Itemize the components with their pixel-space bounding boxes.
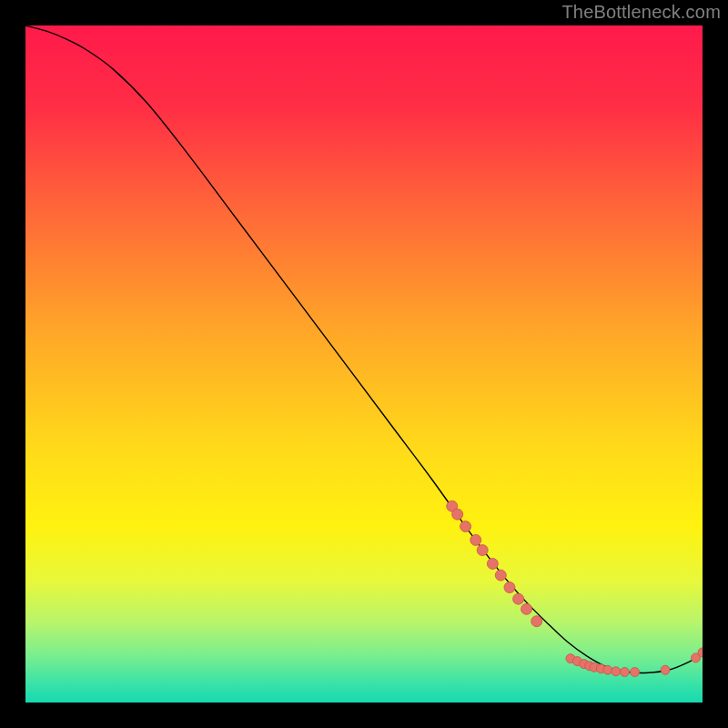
data-marker (504, 582, 515, 593)
data-marker (452, 509, 463, 520)
data-marker (513, 593, 524, 604)
data-marker (620, 668, 629, 677)
chart-container: TheBottleneck.com (0, 0, 728, 728)
data-marker (470, 534, 481, 545)
data-marker (521, 603, 532, 614)
data-marker (661, 665, 670, 674)
watermark-label: TheBottleneck.com (561, 2, 721, 23)
data-marker (531, 616, 542, 627)
data-marker (477, 545, 488, 556)
chart-plot (25, 25, 703, 703)
data-marker (487, 558, 498, 569)
data-marker (603, 665, 612, 674)
data-marker (612, 667, 621, 676)
data-marker (631, 668, 640, 677)
data-marker (460, 521, 471, 532)
data-marker (495, 570, 506, 581)
plot-background (25, 25, 703, 703)
